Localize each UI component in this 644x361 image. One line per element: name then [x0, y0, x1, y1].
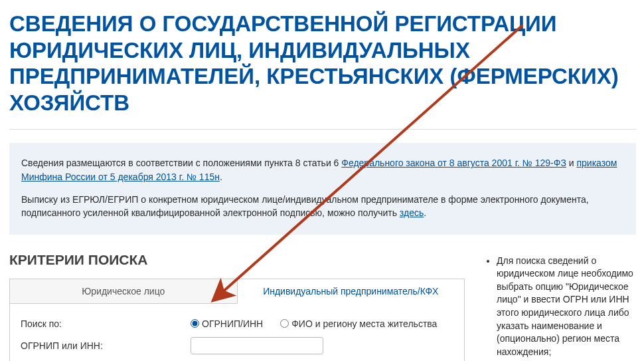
radio-ogrnip-inn[interactable]: ОГРНИП/ИНН	[191, 318, 263, 329]
criteria-heading: КРИТЕРИИ ПОИСКА	[9, 252, 465, 268]
hint-item: Для поиска сведений о юридическом лице н…	[497, 255, 636, 359]
info-box: Сведения размещаются в соответствии с по…	[9, 143, 636, 234]
divider	[9, 129, 636, 130]
tab-individual-entrepreneur[interactable]: Индивидуальный предприниматель/КФХ	[237, 279, 465, 304]
radio-fio-region-input[interactable]	[280, 319, 289, 328]
page-title: Сведения о государственной регистрации ю…	[0, 0, 644, 129]
radio-fio-region[interactable]: ФИО и региону места жительства	[280, 318, 437, 329]
info-text: и	[566, 158, 577, 168]
law-link-129fz[interactable]: Федерального закона от 8 августа 2001 г.…	[341, 158, 566, 168]
info-text: Выписку из ЕГРЮЛ/ЕГРИП о конкретном юрид…	[21, 194, 589, 218]
radio-ogrnip-inn-input[interactable]	[191, 319, 199, 328]
search-by-label: Поиск по:	[21, 318, 191, 329]
info-text: Сведения размещаются в соответствии с по…	[21, 158, 341, 168]
tabs: Юридическое лицо Индивидуальный предприн…	[9, 279, 465, 304]
ogrnip-inn-input[interactable]	[191, 337, 323, 354]
hints-panel: Для поиска сведений о юридическом лице н…	[485, 252, 636, 361]
search-panel: КРИТЕРИИ ПОИСКА Юридическое лицо Индивид…	[9, 252, 465, 361]
radio-ogrnip-inn-label: ОГРНИП/ИНН	[202, 318, 263, 329]
tab-legal-entity[interactable]: Юридическое лицо	[10, 279, 237, 304]
radio-fio-region-label: ФИО и региону места жительства	[291, 318, 437, 329]
ogrnip-inn-label: ОГРНИП или ИНН:	[21, 340, 191, 351]
info-text: .	[220, 172, 222, 182]
search-form: Поиск по: ОГРНИП/ИНН ФИО и региону места…	[9, 304, 465, 361]
extract-here-link[interactable]: здесь	[400, 207, 424, 218]
info-text: .	[424, 207, 426, 218]
